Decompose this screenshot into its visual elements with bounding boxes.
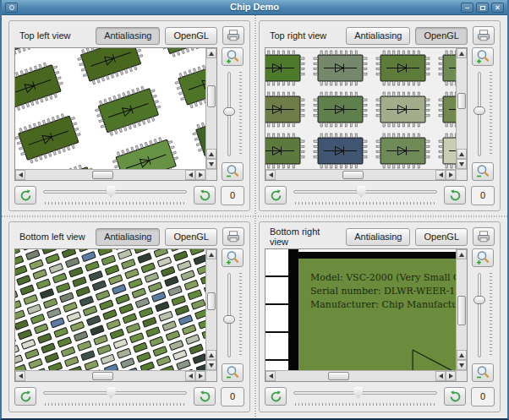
rotate-slider[interactable] xyxy=(41,185,189,205)
opengl-button[interactable]: OpenGL xyxy=(165,27,217,45)
maximize-button[interactable] xyxy=(476,3,489,13)
close-button[interactable]: × xyxy=(491,3,504,13)
rotate-right-button[interactable] xyxy=(194,387,216,406)
zoom-slider-handle[interactable] xyxy=(473,106,485,115)
antialiasing-button[interactable]: Antialiasing xyxy=(346,27,410,45)
opengl-button[interactable]: OpenGL xyxy=(165,228,217,246)
opengl-button[interactable]: OpenGL xyxy=(415,27,468,45)
chip-border-left xyxy=(288,249,298,370)
scroll-down-arrow[interactable] xyxy=(457,159,467,169)
scroll-down-arrow[interactable] xyxy=(206,159,216,169)
vscroll-thumb[interactable] xyxy=(457,296,466,325)
scroll-up-arrow[interactable] xyxy=(206,48,216,58)
zoom-in-button[interactable] xyxy=(472,248,494,267)
horizontal-scrollbar[interactable] xyxy=(15,169,205,180)
window-menu-button[interactable] xyxy=(5,3,18,13)
graphics-view[interactable] xyxy=(265,47,468,181)
scroll-right-arrow[interactable] xyxy=(446,170,456,180)
scroll-down-arrow[interactable] xyxy=(457,360,467,370)
zoom-in-button[interactable] xyxy=(222,47,244,66)
vertical-scrollbar[interactable] xyxy=(456,249,467,370)
antialiasing-button[interactable]: Antialiasing xyxy=(96,228,160,246)
scroll-up-arrow-2[interactable] xyxy=(206,149,216,159)
zoom-slider[interactable] xyxy=(221,70,244,158)
scroll-up-arrow[interactable] xyxy=(457,48,467,58)
title-bar[interactable]: Chip Demo – × xyxy=(2,0,507,15)
scroll-right-arrow[interactable] xyxy=(446,371,456,381)
hscroll-thumb[interactable] xyxy=(92,171,113,179)
scroll-up-arrow[interactable] xyxy=(206,249,216,259)
scroll-up-arrow[interactable] xyxy=(457,249,467,259)
zoom-out-button[interactable] xyxy=(472,162,494,181)
antialiasing-button[interactable]: Antialiasing xyxy=(346,228,410,246)
scroll-right-arrow[interactable] xyxy=(195,371,205,381)
zoom-slider-handle[interactable] xyxy=(473,296,485,304)
rotate-slider-handle[interactable] xyxy=(107,186,116,198)
scroll-left-arrow[interactable] xyxy=(15,371,25,381)
scroll-down-arrow[interactable] xyxy=(206,360,216,370)
graphics-view[interactable] xyxy=(14,248,217,382)
rotate-right-button[interactable] xyxy=(444,387,466,406)
opengl-button[interactable]: OpenGL xyxy=(415,228,468,246)
scroll-left-arrow[interactable] xyxy=(15,170,25,180)
rotate-left-button[interactable] xyxy=(265,186,287,205)
scroll-left-arrow-2[interactable] xyxy=(435,170,446,180)
pane-bottom-left: Bottom left view Antialiasing OpenGL xyxy=(8,221,250,412)
rotate-slider[interactable] xyxy=(292,386,439,406)
hscroll-thumb[interactable] xyxy=(328,372,349,380)
hscroll-thumb[interactable] xyxy=(342,171,364,179)
zoom-slider[interactable] xyxy=(471,70,495,158)
zoom-slider[interactable] xyxy=(471,271,495,359)
rotate-left-button[interactable] xyxy=(265,387,287,406)
print-button[interactable] xyxy=(473,227,495,246)
zoom-out-button[interactable] xyxy=(222,363,244,382)
vscroll-thumb[interactable] xyxy=(457,93,466,109)
scroll-right-arrow[interactable] xyxy=(195,170,205,180)
zoom-in-button[interactable] xyxy=(472,47,494,66)
vscroll-thumb[interactable] xyxy=(207,292,216,310)
hscroll-thumb[interactable] xyxy=(92,372,113,380)
scroll-left-arrow[interactable] xyxy=(265,371,276,381)
graphics-view[interactable] xyxy=(14,47,217,181)
horizontal-scrollbar[interactable] xyxy=(265,169,456,180)
rotate-slider-handle[interactable] xyxy=(357,186,366,198)
antialiasing-button[interactable]: Antialiasing xyxy=(96,27,160,45)
up-arrow-icon xyxy=(209,52,214,56)
zoom-out-button[interactable] xyxy=(472,363,494,382)
vscroll-thumb[interactable] xyxy=(207,85,216,107)
scroll-up-arrow-2[interactable] xyxy=(457,149,467,159)
rotate-slider[interactable] xyxy=(41,386,189,406)
rotate-left-button[interactable] xyxy=(14,186,36,205)
print-button[interactable] xyxy=(222,26,244,45)
rotate-right-button[interactable] xyxy=(444,186,466,205)
horizontal-scrollbar[interactable] xyxy=(265,370,456,381)
printer-icon xyxy=(477,231,490,243)
splitter-handle-vertical[interactable] xyxy=(254,15,256,418)
zoom-out-button[interactable] xyxy=(222,162,244,181)
zoom-in-button[interactable] xyxy=(222,248,244,267)
slider-groove xyxy=(478,273,481,357)
minimize-button[interactable]: – xyxy=(461,3,473,13)
scroll-up-arrow-2[interactable] xyxy=(206,350,216,360)
rotate-slider-handle[interactable] xyxy=(107,387,116,399)
zoom-slider-handle[interactable] xyxy=(223,107,235,116)
vertical-scrollbar[interactable] xyxy=(456,48,467,169)
zoom-slider-handle[interactable] xyxy=(223,315,235,324)
scroll-left-arrow-2[interactable] xyxy=(435,371,446,381)
horizontal-scrollbar[interactable] xyxy=(15,370,205,381)
vertical-scrollbar[interactable] xyxy=(205,48,216,169)
rotate-slider[interactable] xyxy=(292,185,439,205)
graphics-view[interactable]: Model: VSC-2000 (Very Small Chip) at 9 S… xyxy=(265,248,468,382)
print-button[interactable] xyxy=(222,227,244,246)
rotate-slider-handle[interactable] xyxy=(353,387,363,399)
scroll-left-arrow-2[interactable] xyxy=(185,170,195,180)
print-button[interactable] xyxy=(473,26,495,45)
scroll-left-arrow[interactable] xyxy=(265,170,276,180)
zoom-slider[interactable] xyxy=(221,271,244,359)
rotate-left-button[interactable] xyxy=(14,387,36,406)
scrollbar-corner xyxy=(456,169,467,180)
vertical-scrollbar[interactable] xyxy=(205,249,216,370)
rotate-right-button[interactable] xyxy=(194,186,216,205)
scroll-up-arrow-2[interactable] xyxy=(457,350,467,360)
scroll-left-arrow-2[interactable] xyxy=(185,371,195,381)
